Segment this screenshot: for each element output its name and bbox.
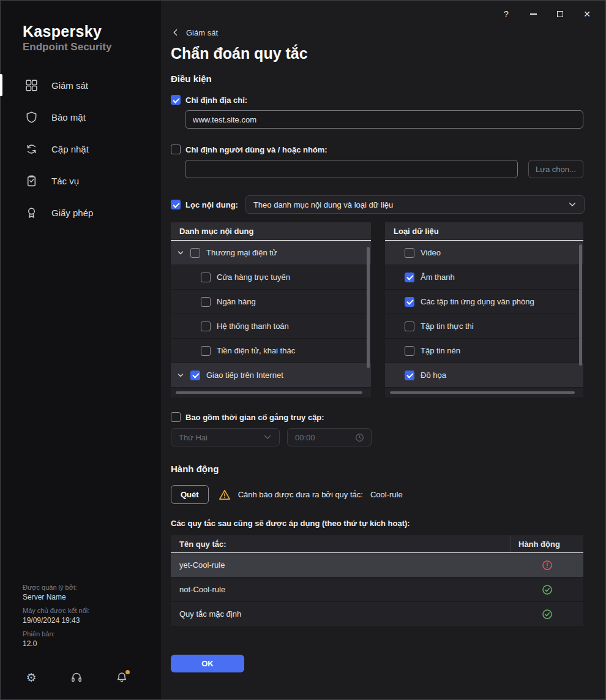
datatype-checkbox[interactable] — [405, 346, 414, 356]
sidebar-item-label: Tác vụ — [51, 176, 79, 186]
ok-button[interactable]: OK — [171, 655, 244, 672]
rule-name: not-Cool-rule — [171, 585, 511, 594]
category-label: Cửa hàng trực tuyến — [217, 273, 290, 282]
category-checkbox[interactable] — [201, 322, 211, 331]
category-checkbox[interactable] — [201, 297, 211, 307]
datatype-row-archives[interactable]: Tập tin nén — [385, 339, 583, 363]
clipboard-icon — [25, 175, 38, 187]
sidebar-item-label: Giấy phép — [51, 208, 93, 218]
filter-panels: Danh mục nội dung Thương mại điện tử Cửa… — [171, 222, 605, 397]
sidebar-item-label: Giám sát — [51, 80, 88, 91]
category-row-payment-systems[interactable]: Hệ thống thanh toán — [171, 314, 371, 339]
warning-rule-name: Cool-rule — [370, 490, 403, 499]
expand-chevron-icon[interactable] — [177, 372, 184, 379]
sidebar-item-update[interactable]: Cập nhật — [1, 133, 161, 165]
address-input[interactable] — [185, 110, 583, 129]
managed-by-value: Server Name — [23, 593, 161, 601]
table-row-default-rule[interactable]: Quy tắc mặc định — [171, 602, 583, 627]
users-input[interactable] — [185, 160, 518, 178]
datatype-row-office-files[interactable]: Các tập tin ứng dụng văn phòng — [385, 290, 583, 314]
chevron-down-icon — [262, 432, 273, 443]
category-row-banking[interactable]: Ngân hàng — [171, 290, 371, 314]
expand-chevron-icon[interactable] — [177, 249, 184, 257]
vertical-scrollbar[interactable] — [579, 244, 582, 366]
category-row-internet-communication[interactable]: Giao tiếp trên Internet — [171, 363, 371, 388]
rules-table: Tên quy tắc: Hành động yet-Cool-rule not… — [171, 535, 583, 627]
table-row-yet-cool-rule[interactable]: yet-Cool-rule — [171, 553, 583, 578]
time-input[interactable]: 00:00 — [287, 428, 372, 446]
datatype-label: Đồ họa — [421, 371, 446, 380]
sidebar-bottom-bar: ⚙ — [1, 671, 161, 699]
sidebar-nav: Giám sát Bảo mật Cập nhật Tác vụ — [1, 69, 161, 228]
address-checkbox[interactable] — [171, 95, 181, 105]
content-categories-panel: Danh mục nội dung Thương mại điện tử Cửa… — [171, 222, 371, 397]
datatype-checkbox[interactable] — [405, 273, 414, 282]
time-input-value: 00:00 — [295, 433, 315, 442]
support-headset-icon[interactable] — [70, 671, 83, 683]
day-select[interactable]: Thứ Hai — [171, 428, 280, 446]
clock-icon — [354, 432, 365, 443]
version-label: Phiên bản: — [23, 630, 161, 638]
brand-product: Endpoint Security — [23, 41, 161, 53]
notifications-bell-icon[interactable] — [116, 671, 128, 683]
vertical-scrollbar[interactable] — [367, 247, 370, 368]
category-checkbox[interactable] — [201, 346, 211, 356]
version-value: 12.0 — [23, 639, 161, 648]
scan-button[interactable]: Quét — [171, 485, 209, 504]
refresh-icon — [25, 143, 38, 156]
datatype-row-graphics[interactable]: Đồ họa — [385, 363, 583, 388]
close-button[interactable]: ✕ — [574, 6, 600, 23]
dashboard-grid-icon — [25, 79, 38, 92]
brand-logo: Kaspersky Endpoint Security — [1, 1, 161, 53]
address-checkbox-row[interactable]: Chỉ định địa chỉ: — [171, 95, 247, 105]
datatype-label: Tập tin thực thi — [421, 322, 474, 331]
breadcrumb[interactable]: Giám sát — [171, 28, 218, 37]
datatype-row-audio[interactable]: Âm thanh — [385, 265, 583, 290]
time-checkbox[interactable] — [171, 412, 181, 422]
managed-by-label: Được quản lý bởi: — [23, 584, 161, 591]
maximize-button[interactable] — [547, 6, 574, 23]
success-circle-icon — [542, 609, 553, 620]
filter-mode-select[interactable]: Theo danh mục nội dung và loại dữ liệu — [245, 195, 585, 214]
datatype-label: Âm thanh — [421, 273, 455, 282]
datatype-checkbox[interactable] — [405, 371, 414, 380]
sidebar-item-security[interactable]: Bảo mật — [1, 101, 161, 133]
horizontal-scrollbar[interactable] — [390, 391, 575, 394]
category-row-online-store[interactable]: Cửa hàng trực tuyến — [171, 265, 371, 290]
category-row-crypto[interactable]: Tiền điện tử, khai thác — [171, 339, 371, 363]
choose-button[interactable]: Lựa chọn... — [528, 160, 583, 178]
category-row-ecommerce[interactable]: Thương mại điện tử — [171, 241, 371, 265]
help-button[interactable]: ? — [493, 6, 520, 23]
sidebar-item-monitoring[interactable]: Giám sát — [1, 69, 161, 101]
sidebar-item-license[interactable]: Giấy phép — [1, 197, 161, 228]
server-connected-value: 19/09/2024 19:43 — [23, 616, 161, 625]
time-checkbox-row[interactable]: Bao gồm thời gian cố gắng truy cập: — [171, 412, 324, 422]
table-row-not-cool-rule[interactable]: not-Cool-rule — [171, 578, 583, 602]
time-label: Bao gồm thời gian cố gắng truy cập: — [185, 413, 324, 422]
warning-text: Cảnh báo được đưa ra bởi quy tắc: — [238, 490, 363, 499]
sidebar: Kaspersky Endpoint Security Giám sát Bảo… — [1, 1, 161, 699]
day-select-value: Thứ Hai — [179, 433, 208, 442]
datatype-checkbox[interactable] — [405, 297, 414, 307]
horizontal-scrollbar[interactable] — [176, 391, 362, 394]
filter-checkbox[interactable] — [171, 200, 181, 209]
filter-checkbox-row[interactable]: Lọc nội dung: — [171, 200, 238, 209]
users-checkbox-row[interactable]: Chỉ định người dùng và / hoặc nhóm: — [171, 145, 327, 154]
category-checkbox[interactable] — [201, 273, 211, 282]
datatype-row-executables[interactable]: Tập tin thực thi — [385, 314, 583, 339]
sidebar-item-label: Bảo mật — [51, 112, 86, 122]
minimize-button[interactable] — [520, 6, 547, 23]
settings-gear-icon[interactable]: ⚙ — [25, 671, 37, 683]
datatype-checkbox[interactable] — [405, 248, 414, 258]
users-checkbox[interactable] — [171, 145, 181, 154]
category-checkbox[interactable] — [190, 371, 200, 380]
datatype-row-video[interactable]: Video — [385, 241, 583, 265]
server-info: Được quản lý bởi: Server Name Máy chủ đư… — [1, 578, 161, 648]
sidebar-item-tasks[interactable]: Tác vụ — [1, 165, 161, 197]
category-label: Tiền điện tử, khai thác — [217, 346, 295, 355]
shield-icon — [25, 111, 38, 124]
datatype-label: Video — [421, 248, 441, 257]
category-checkbox[interactable] — [190, 248, 200, 258]
users-label: Chỉ định người dùng và / hoặc nhóm: — [185, 145, 327, 154]
datatype-checkbox[interactable] — [405, 322, 414, 331]
